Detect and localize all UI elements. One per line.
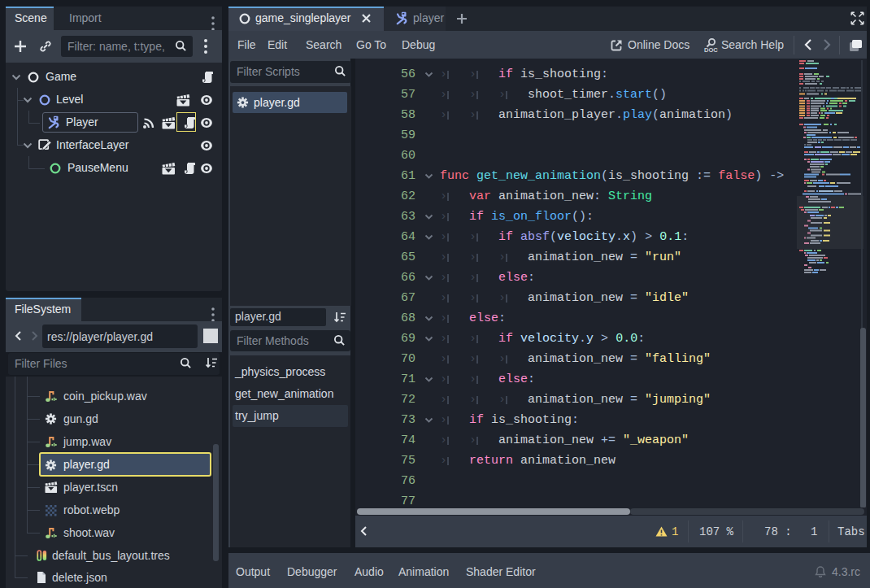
svg-text:DOC: DOC [704, 46, 718, 54]
